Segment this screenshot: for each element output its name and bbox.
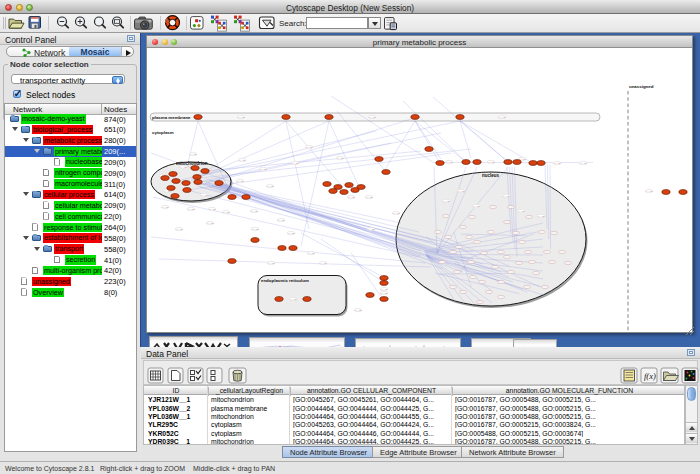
svg-text:Y--..--W: Y--..--W	[222, 211, 229, 213]
svg-text:Y--..--W: Y--..--W	[291, 162, 298, 164]
svg-text:Y--..--W: Y--..--W	[238, 159, 245, 161]
svg-text:Y--..--W: Y--..--W	[498, 116, 505, 118]
svg-text:unassigned: unassigned	[629, 84, 654, 89]
svg-text:Y--..--W: Y--..--W	[487, 161, 494, 163]
svg-text:Y--..--W: Y--..--W	[445, 161, 452, 163]
svg-text:Y--..--W: Y--..--W	[380, 288, 387, 290]
svg-text:Y--..--W: Y--..--W	[553, 162, 560, 164]
svg-text:Y--..--W: Y--..--W	[200, 194, 207, 196]
svg-text:Y--..--W: Y--..--W	[206, 222, 213, 224]
svg-text:Y--..--W: Y--..--W	[517, 210, 524, 212]
svg-text:Y--..--W: Y--..--W	[537, 215, 544, 217]
svg-text:Y--..--W: Y--..--W	[319, 262, 326, 264]
svg-text:Y--..--W: Y--..--W	[347, 196, 354, 198]
svg-text:Y--..--W: Y--..--W	[442, 200, 449, 202]
svg-text:nucleus: nucleus	[482, 173, 500, 178]
svg-text:Y--..--W: Y--..--W	[579, 162, 586, 164]
svg-text:Y--..--W: Y--..--W	[367, 228, 374, 230]
svg-text:f(x): f(x)	[644, 371, 656, 381]
svg-text:Y--..--W: Y--..--W	[236, 180, 243, 182]
svg-text:cytoplasm: cytoplasm	[152, 130, 174, 135]
svg-text:endoplasmic reticulum: endoplasmic reticulum	[261, 278, 309, 283]
svg-text:Y--..--W: Y--..--W	[179, 166, 186, 168]
svg-text:Y--..--W: Y--..--W	[277, 219, 284, 221]
svg-text:Y--..--W: Y--..--W	[380, 292, 387, 294]
svg-text:Y--..--W: Y--..--W	[518, 158, 525, 160]
svg-text:Y--..--W: Y--..--W	[189, 153, 196, 155]
svg-text:Y--..--W: Y--..--W	[645, 190, 652, 192]
svg-text:Y--..--W: Y--..--W	[266, 185, 273, 187]
svg-text:Y--..--W: Y--..--W	[250, 210, 257, 212]
svg-text:Y--..--W: Y--..--W	[392, 212, 399, 214]
svg-text:Y--..--W: Y--..--W	[305, 146, 312, 148]
svg-text:Y--..--W: Y--..--W	[161, 206, 168, 208]
svg-text:Y--..--W: Y--..--W	[259, 168, 266, 170]
svg-text:Y--..--W: Y--..--W	[502, 195, 509, 197]
svg-text:Y--..--W: Y--..--W	[336, 157, 343, 159]
svg-text:Y--..--W: Y--..--W	[307, 252, 314, 254]
svg-text:mitochondrion: mitochondrion	[176, 161, 208, 166]
svg-text:Y--..--W: Y--..--W	[267, 262, 274, 264]
svg-text:Y--..--W: Y--..--W	[354, 309, 361, 311]
svg-text:Y--..--W: Y--..--W	[472, 205, 479, 207]
svg-text:Y--..--W: Y--..--W	[251, 228, 258, 230]
svg-text:plasma membrane: plasma membrane	[152, 115, 191, 120]
svg-text:Y--..--W: Y--..--W	[287, 232, 294, 234]
svg-text:Y--..--W: Y--..--W	[175, 228, 182, 230]
svg-text:Y--..--W: Y--..--W	[457, 190, 464, 192]
svg-text:Y--..--W: Y--..--W	[237, 116, 244, 118]
svg-text:Y--..--W: Y--..--W	[368, 116, 375, 118]
svg-text:Y--..--W: Y--..--W	[208, 208, 215, 210]
svg-text:Y--..--W: Y--..--W	[365, 196, 372, 198]
svg-text:Y--..--W: Y--..--W	[187, 208, 194, 210]
svg-text:Y--..--W: Y--..--W	[289, 298, 296, 300]
